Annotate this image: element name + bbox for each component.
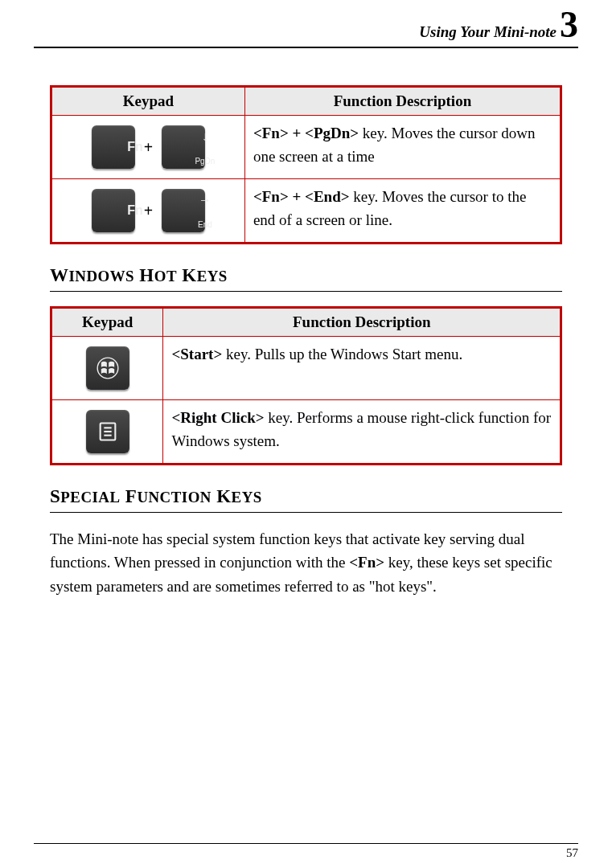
key-combo-label: <Start> [171,346,222,362]
keypad-cell: Fn + ↓ PgDn [51,116,245,179]
page-header: Using Your Mini-note 3 [34,0,578,48]
fn-key-bold: <Fn> [349,554,384,571]
table-row: <Right Click> key. Performs a mouse righ… [51,400,561,465]
context-menu-key-icon [86,410,129,453]
fn-key-icon: Fn [92,125,135,169]
chapter-number: 3 [560,6,578,43]
arrow-down-icon: ↓ [183,130,227,143]
key-label: Fn [113,140,157,154]
section-heading-windows: WINDOWS HOT KEYS [50,265,562,286]
page-number: 57 [566,846,578,859]
key-combo-label: <Right Click> [171,409,264,426]
col-keypad: Keypad [51,308,163,337]
key-label: PgDn [183,157,227,166]
key-desc-text: key. Pulls up the Windows Start menu. [222,346,462,362]
table-row: Fn + ↓ PgDn <Fn> + <PgDn> key. Moves the… [51,116,561,179]
desc-cell: <Start> key. Pulls up the Windows Start … [163,337,561,400]
pgdn-key-icon: ↓ PgDn [162,125,205,169]
col-desc: Function Description [163,308,561,337]
keypad-cell [51,337,163,400]
svg-point-0 [97,358,118,379]
key-label: End [183,220,227,229]
section-heading-special: SPECIAL FUNCTION KEYS [50,486,562,507]
arrow-right-icon: → [183,194,227,207]
page-footer: 57 [34,843,578,860]
fn-key-icon: Fn [92,189,135,232]
col-keypad: Keypad [51,87,245,116]
windows-keys-table: Keypad Function Description [50,306,562,465]
fn-keys-table: Keypad Function Description Fn + ↓ PgDn … [50,85,562,244]
desc-cell: <Fn> + <End> key. Moves the cursor to th… [244,179,561,244]
key-label: Fn [113,203,157,218]
table-row: Fn + → End <Fn> + <End> key. Moves the c… [51,179,561,244]
key-combo-label: <Fn> + <PgDn> [253,125,359,141]
desc-cell: <Right Click> key. Performs a mouse righ… [163,400,561,465]
end-key-icon: → End [162,189,205,232]
table-row: <Start> key. Pulls up the Windows Start … [51,337,561,400]
col-desc: Function Description [244,87,561,116]
keypad-cell [51,400,163,465]
windows-key-icon [86,346,129,390]
key-combo-label: <Fn> + <End> [253,188,350,205]
body-paragraph: The Mini-note has special system functio… [50,527,562,598]
section-rule [50,512,562,513]
keypad-cell: Fn + → End [51,179,245,244]
desc-cell: <Fn> + <PgDn> key. Moves the cursor down… [244,116,561,179]
chapter-title: Using Your Mini-note [419,23,557,41]
section-rule [50,291,562,292]
